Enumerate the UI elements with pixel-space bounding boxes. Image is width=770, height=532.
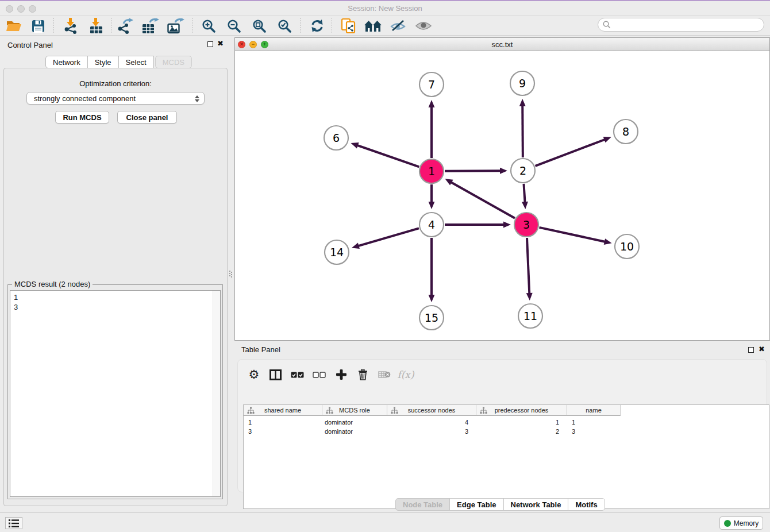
refresh-button[interactable]	[308, 17, 326, 34]
tab-node-table[interactable]: Node Table	[395, 498, 450, 511]
result-scrollbar[interactable]	[213, 291, 220, 496]
mcds-result-title: MCDS result (2 nodes)	[12, 280, 93, 288]
graph-edge-4-14[interactable]	[357, 228, 418, 246]
table-surface: ⚙	[237, 359, 767, 492]
task-history-button[interactable]	[5, 517, 22, 529]
mcds-result-text[interactable]: 1 3	[10, 290, 221, 497]
unselect-all-columns-button[interactable]	[310, 367, 328, 383]
hide-graphics-button[interactable]	[389, 17, 407, 34]
houses-icon	[364, 20, 382, 32]
graph-edge-3-11[interactable]	[527, 238, 529, 294]
export-image-icon	[167, 18, 184, 34]
search-input[interactable]	[614, 21, 764, 29]
graph-edge-3-1[interactable]	[451, 182, 515, 218]
export-table-button[interactable]	[141, 17, 160, 34]
tab-style[interactable]: Style	[87, 56, 119, 68]
trash-icon	[358, 369, 368, 380]
graph-edge-arrowhead	[604, 238, 612, 245]
close-panel-button[interactable]: Close panel	[117, 111, 177, 124]
clone-network-icon	[341, 18, 356, 34]
run-mcds-button[interactable]: Run MCDS	[55, 111, 109, 124]
tab-select[interactable]: Select	[118, 56, 154, 68]
list-icon	[9, 519, 19, 527]
graph-edge-arrowhead	[429, 295, 435, 302]
graph-node-label: 11	[523, 310, 537, 322]
column-header-name[interactable]: name	[567, 405, 621, 416]
sort-tree-icon	[326, 407, 333, 414]
create-column-button[interactable]	[333, 367, 350, 383]
search-icon	[603, 21, 611, 29]
zoom-fit-button[interactable]	[250, 17, 268, 34]
graph-edge-2-9[interactable]	[522, 105, 523, 157]
toolbar-separator	[192, 18, 193, 33]
export-image-button[interactable]	[167, 17, 185, 34]
graph-edge-1-2[interactable]	[445, 171, 501, 171]
export-network-button[interactable]	[116, 17, 134, 34]
eye-icon	[415, 21, 432, 31]
export-table-icon	[142, 18, 159, 34]
table-settings-button[interactable]: ⚙	[245, 367, 263, 383]
memory-status-dot	[724, 520, 731, 527]
show-columns-button[interactable]	[267, 367, 284, 383]
table-row[interactable]: 3 dominator 3 2 3	[244, 427, 621, 436]
graph-node-label: 15	[425, 311, 438, 324]
graph-edge-1-6[interactable]	[357, 145, 419, 167]
tab-network-table[interactable]: Network Table	[503, 498, 569, 511]
open-session-button[interactable]	[5, 17, 23, 34]
graph-node-label: 6	[333, 132, 340, 144]
save-session-button[interactable]	[29, 17, 47, 34]
graph-edge-arrowhead	[522, 202, 528, 209]
close-table-panel-icon[interactable]: ✖	[759, 345, 765, 354]
import-table-button[interactable]	[87, 17, 105, 34]
graph-edge-2-3[interactable]	[523, 184, 525, 203]
table-panel-title: Table Panel	[241, 345, 280, 354]
toolbar-separator	[53, 18, 54, 33]
control-panel-tabs: Network Style Select MCDS	[45, 56, 192, 68]
graph-node-label: 10	[620, 240, 634, 253]
search-field	[598, 18, 764, 32]
network-canvas[interactable]: 7968124314101511	[235, 51, 769, 340]
float-table-panel-icon[interactable]	[748, 347, 754, 353]
network-window-titlebar: ✕ − + scc.txt	[235, 38, 769, 51]
memory-button[interactable]: Memory	[719, 516, 763, 530]
graph-edge-3-10[interactable]	[539, 228, 605, 242]
node-table: shared name MCDS role successor nodes pr…	[243, 404, 769, 509]
tab-motifs[interactable]: Motifs	[568, 498, 605, 511]
show-graphics-button[interactable]	[414, 17, 433, 34]
graph-node-label: 2	[519, 164, 526, 177]
mcds-result-line: 3	[14, 302, 220, 312]
float-panel-icon[interactable]	[207, 41, 213, 47]
select-all-columns-button[interactable]	[288, 367, 306, 383]
home-button[interactable]	[364, 17, 382, 34]
sort-tree-icon	[391, 407, 398, 414]
column-header-mcds-role[interactable]: MCDS role	[322, 405, 387, 416]
delete-table-icon	[378, 370, 391, 379]
table-row[interactable]: 1 dominator 4 1 1	[244, 418, 621, 427]
import-network-button[interactable]	[61, 17, 80, 34]
zoom-selected-button[interactable]	[275, 17, 294, 34]
zoom-in-button[interactable]	[199, 17, 218, 34]
graph-edge-arrowhead	[519, 99, 526, 106]
table-panel-tabs: Node Table Edge Table Network Table Moti…	[395, 498, 605, 511]
graph-node-label: 14	[330, 246, 344, 259]
zoom-out-button[interactable]	[225, 17, 243, 34]
tab-edge-table[interactable]: Edge Table	[449, 498, 503, 511]
graph-node-label: 9	[519, 77, 526, 90]
column-header-predecessor-nodes[interactable]: predecessor nodes	[476, 405, 567, 416]
optimization-select[interactable]: strongly connected component	[26, 92, 205, 105]
graph-edge-2-8[interactable]	[536, 139, 606, 165]
tab-mcds[interactable]: MCDS	[155, 56, 192, 68]
column-header-shared-name[interactable]: shared name	[244, 405, 322, 416]
tab-network[interactable]: Network	[45, 56, 88, 68]
zoom-selected-icon	[278, 19, 292, 33]
split-columns-icon	[270, 369, 282, 380]
column-header-successor-nodes[interactable]: successor nodes	[387, 405, 476, 416]
control-panel: Control Panel ✖ Network Style Select MCD…	[0, 36, 231, 512]
sort-tree-icon	[247, 407, 255, 414]
clone-network-button[interactable]	[339, 17, 357, 34]
close-panel-icon[interactable]: ✖	[217, 39, 224, 48]
delete-column-button[interactable]	[354, 367, 371, 383]
export-network-icon	[117, 18, 133, 34]
toolbar-separator	[300, 18, 301, 33]
graph-node-label: 7	[428, 78, 435, 91]
